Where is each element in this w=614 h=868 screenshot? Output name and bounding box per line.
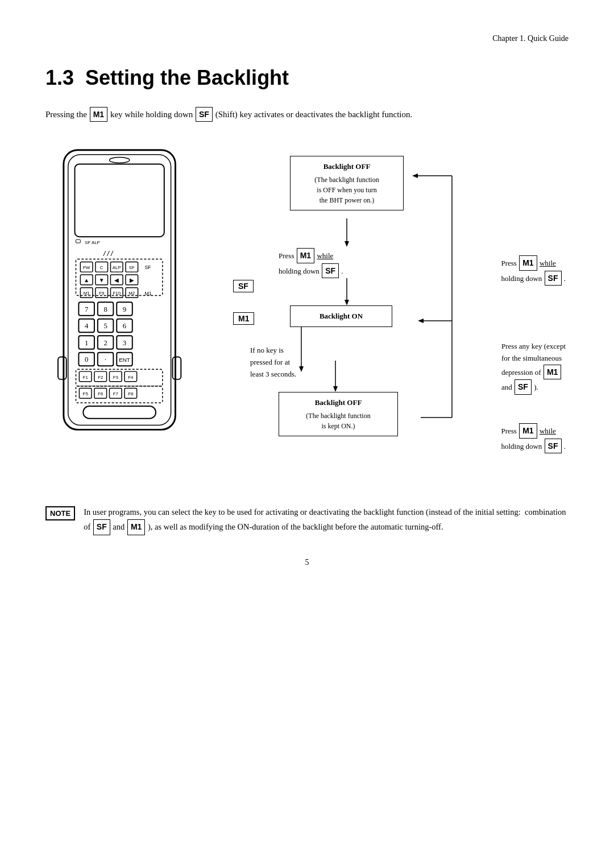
box1-detail: (The backlight functionis OFF when you t… xyxy=(297,175,396,205)
diagram-area: SF ALP /// PW C ALP SF xyxy=(45,144,569,477)
svg-rect-2 xyxy=(75,164,164,237)
svg-text:SF: SF xyxy=(144,265,151,271)
key-sf-note: SF xyxy=(93,519,110,535)
page-number: 5 xyxy=(45,558,569,567)
svg-text:▼: ▼ xyxy=(99,277,105,283)
svg-text:C: C xyxy=(100,266,103,271)
svg-marker-85 xyxy=(412,173,418,178)
svg-text:▲: ▲ xyxy=(84,277,89,283)
svg-text:F5: F5 xyxy=(83,392,89,397)
backlight-on-box: Backlight ON xyxy=(290,305,392,327)
page: Chapter 1. Quick Guide 1.3 Setting the B… xyxy=(0,0,614,868)
note-text: In user programs, you can select the key… xyxy=(84,505,569,535)
svg-text:◀: ◀ xyxy=(114,277,119,283)
svg-rect-76 xyxy=(58,357,67,379)
press-instruction-3: Press M1 while holding down SF . xyxy=(501,423,566,453)
svg-text:4: 4 xyxy=(85,323,89,330)
key-sf-flow2: SF xyxy=(545,271,562,286)
svg-text:M1: M1 xyxy=(84,291,90,296)
chapter-header: Chapter 1. Quick Guide xyxy=(45,34,569,43)
svg-text:///: /// xyxy=(103,250,114,257)
svg-text:8: 8 xyxy=(103,305,107,313)
key-m1-flow4: M1 xyxy=(519,423,537,438)
svg-text:F10: F10 xyxy=(113,291,121,296)
svg-marker-83 xyxy=(345,300,349,305)
press-instruction-1: Press M1 while holding down SF . xyxy=(279,248,343,278)
svg-rect-1 xyxy=(68,155,171,425)
any-key-text: Press any key (exceptfor the simultaneou… xyxy=(501,341,566,394)
svg-marker-88 xyxy=(418,319,424,323)
chapter-header-text: Chapter 1. Quick Guide xyxy=(492,34,569,43)
backlight-off-box-bottom: Backlight OFF (The backlight functionis … xyxy=(279,392,398,436)
svg-text:M2: M2 xyxy=(128,291,135,296)
svg-text:F2: F2 xyxy=(98,375,103,380)
svg-rect-75 xyxy=(83,406,156,419)
box2-title: Backlight ON xyxy=(297,311,385,322)
key-m1-flow2: M1 xyxy=(519,255,537,270)
section-title-text: Setting the Backlight xyxy=(85,66,289,89)
svg-text:ENT: ENT xyxy=(119,357,130,363)
svg-text:F4: F4 xyxy=(128,375,134,380)
svg-rect-77 xyxy=(173,357,181,379)
box3-title: Backlight OFF xyxy=(286,397,391,408)
backlight-off-box-top: Backlight OFF (The backlight functionis … xyxy=(290,156,404,210)
svg-marker-90 xyxy=(333,386,338,392)
sf-indicator-label: SF xyxy=(233,280,254,292)
svg-text:9: 9 xyxy=(123,305,126,313)
intro-paragraph: Pressing the M1 key while holding down S… xyxy=(45,107,569,122)
press-instruction-2: Press M1 while holding down SF . xyxy=(501,255,566,286)
flow-diagram: SF M1 Backlight OFF (The backlight funct… xyxy=(233,144,569,474)
key-sf-flow3: SF xyxy=(515,379,532,394)
box1-title: Backlight OFF xyxy=(297,161,396,172)
key-m1-note: M1 xyxy=(127,519,145,535)
svg-text:5: 5 xyxy=(103,323,107,330)
key-m1-flow3: M1 xyxy=(544,365,561,379)
section-number: 1.3 xyxy=(45,66,74,89)
svg-text:F6: F6 xyxy=(98,392,103,397)
svg-text:6: 6 xyxy=(123,323,126,330)
svg-text:1: 1 xyxy=(85,339,88,347)
svg-text:·: · xyxy=(105,356,106,364)
svg-rect-6 xyxy=(76,240,80,243)
key-m1: M1 xyxy=(90,107,107,122)
svg-text:7: 7 xyxy=(85,305,89,313)
svg-text:ALP: ALP xyxy=(113,266,121,271)
note-label: NOTE xyxy=(45,506,75,520)
svg-text:2: 2 xyxy=(103,339,107,347)
svg-text:3: 3 xyxy=(123,339,126,347)
box3-detail: (The backlight functionis kept ON.) xyxy=(286,411,391,431)
svg-text:F3: F3 xyxy=(113,375,119,380)
svg-text:0: 0 xyxy=(85,356,88,364)
note-section: NOTE In user programs, you can select th… xyxy=(45,505,569,535)
key-m1-flow1: M1 xyxy=(297,248,314,263)
key-sf-flow4: SF xyxy=(545,439,562,453)
svg-text:SF: SF xyxy=(129,266,135,271)
svg-text:SF ALP: SF ALP xyxy=(85,240,100,245)
svg-text:▶: ▶ xyxy=(130,277,134,283)
svg-text:F1: F1 xyxy=(83,375,88,380)
svg-text:M1: M1 xyxy=(144,291,151,297)
svg-text:PW: PW xyxy=(83,266,90,271)
section-title: 1.3 Setting the Backlight xyxy=(45,66,569,90)
m1-indicator-label: M1 xyxy=(233,312,254,325)
svg-text:F7: F7 xyxy=(113,392,118,397)
key-sf-flow1: SF xyxy=(322,263,339,278)
key-sf: SF xyxy=(196,107,213,122)
device-svg: SF ALP /// PW C ALP SF xyxy=(45,144,205,474)
svg-text:F8: F8 xyxy=(128,392,134,397)
no-key-text: If no key ispressed for atleast 3 second… xyxy=(250,345,296,380)
svg-text:F9: F9 xyxy=(99,291,104,296)
device-illustration: SF ALP /// PW C ALP SF xyxy=(45,144,216,477)
svg-marker-81 xyxy=(345,241,349,247)
svg-point-3 xyxy=(109,158,129,163)
svg-marker-95 xyxy=(299,366,304,372)
